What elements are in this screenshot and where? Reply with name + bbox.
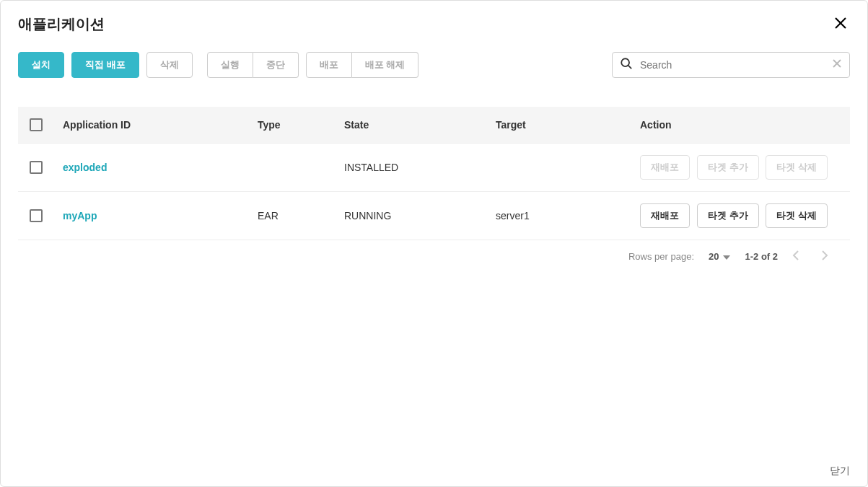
deploy-button[interactable]: 배포 [306,52,352,78]
rows-per-page-select[interactable]: 20 [709,251,730,262]
chevron-left-icon [792,250,799,263]
toolbar: 설치 직접 배포 삭제 실행 중단 배포 배포 해제 [1,35,867,78]
install-button[interactable]: 설치 [18,52,64,78]
redeploy-button[interactable]: 재배포 [640,203,690,228]
col-state[interactable]: State [336,107,487,144]
row-state: INSTALLED [336,144,487,192]
row-target [487,144,631,192]
deploy-group: 배포 배포 해제 [306,52,419,78]
chevron-right-icon [821,250,828,263]
row-actions: 재배포 타겟 추가 타겟 삭제 [631,192,850,240]
col-type[interactable]: Type [249,107,336,144]
col-target[interactable]: Target [487,107,631,144]
undeploy-button[interactable]: 배포 해제 [352,52,419,78]
search-icon [620,57,633,73]
page-range: 1-2 of 2 [745,251,778,262]
delete-button[interactable]: 삭제 [146,52,193,78]
svg-line-3 [628,66,632,69]
footer-close-button[interactable]: 닫기 [830,465,850,478]
add-target-button[interactable]: 타겟 추가 [697,203,759,228]
page-title: 애플리케이션 [18,14,105,34]
caret-down-icon [723,251,730,262]
redeploy-button[interactable]: 재배포 [640,155,690,180]
run-stop-group: 실행 중단 [207,52,299,78]
svg-marker-6 [723,255,730,260]
prev-page-button[interactable] [792,250,799,263]
row-target: server1 [487,192,631,240]
pagination: Rows per page: 20 1-2 of 2 [18,240,850,263]
select-all-header [18,107,54,144]
col-action: Action [631,107,850,144]
svg-point-2 [621,58,629,66]
direct-deploy-button[interactable]: 직접 배포 [71,52,139,78]
rows-per-page-label: Rows per page: [628,251,694,262]
search-box[interactable] [612,52,850,78]
col-app-id[interactable]: Application ID [54,107,249,144]
next-page-button[interactable] [821,250,828,263]
close-icon [834,17,847,32]
row-checkbox[interactable] [30,209,43,222]
applications-table: Application ID Type State Target Action … [18,107,850,240]
row-type [249,144,336,192]
stop-button[interactable]: 중단 [253,52,299,78]
clear-icon[interactable] [832,58,842,71]
dialog-footer: 닫기 [830,464,850,478]
add-target-button[interactable]: 타겟 추가 [697,155,759,180]
search-input[interactable] [640,59,825,71]
app-id-link[interactable]: exploded [63,162,107,173]
dialog-header: 애플리케이션 [1,1,867,35]
table-container: Application ID Type State Target Action … [1,78,867,263]
select-all-checkbox[interactable] [30,118,43,131]
app-id-link[interactable]: myApp [63,210,97,221]
row-state: RUNNING [336,192,487,240]
delete-target-button[interactable]: 타겟 삭제 [766,155,828,180]
row-checkbox[interactable] [30,161,43,174]
delete-target-button[interactable]: 타겟 삭제 [766,203,828,228]
rows-per-page-value: 20 [709,251,719,262]
row-actions: 재배포 타겟 추가 타겟 삭제 [631,144,850,192]
row-type: EAR [249,192,336,240]
dialog: 애플리케이션 설치 직접 배포 삭제 실행 중단 배포 배포 해제 [0,0,868,487]
close-button[interactable] [831,14,850,35]
page-nav [792,250,828,263]
table-header-row: Application ID Type State Target Action [18,107,850,144]
table-row: myApp EAR RUNNING server1 재배포 타겟 추가 타겟 삭… [18,192,850,240]
run-button[interactable]: 실행 [207,52,253,78]
table-row: exploded INSTALLED 재배포 타겟 추가 타겟 삭제 [18,144,850,192]
